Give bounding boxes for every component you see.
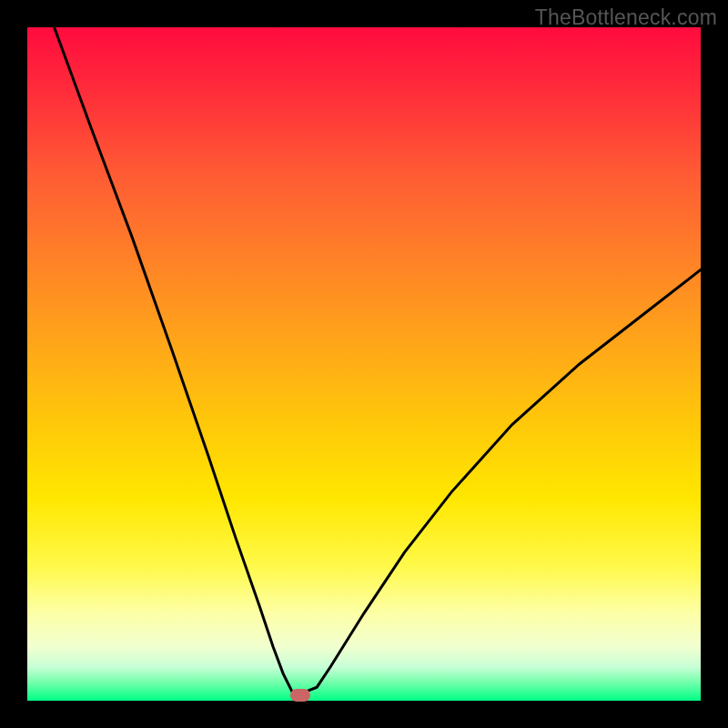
- optimal-point-marker: [290, 689, 310, 702]
- curve-layer: [27, 27, 701, 701]
- watermark-text: TheBottleneck.com: [535, 5, 717, 30]
- bottleneck-curve: [55, 27, 701, 694]
- chart-frame: TheBottleneck.com: [0, 0, 728, 728]
- plot-area: [27, 27, 701, 701]
